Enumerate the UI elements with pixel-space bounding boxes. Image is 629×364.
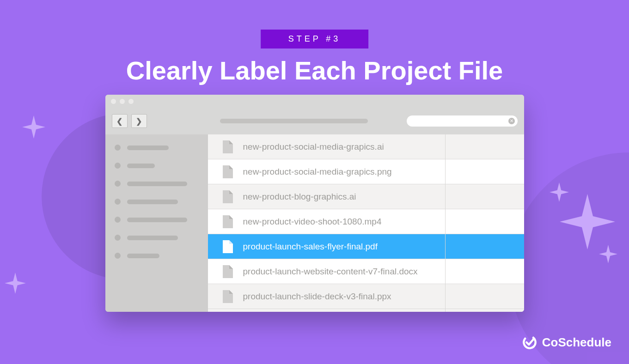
file-row-selected[interactable]: product-launch-sales-flyer-final.pdf [208,234,524,259]
sidebar-item[interactable] [115,199,199,205]
path-placeholder [220,119,368,123]
file-row[interactable]: new-product-video-shoot-1080.mp4 [208,209,524,234]
file-row[interactable]: new-product-blog-graphics.ai [208,184,524,209]
sparkle-icon [560,194,615,249]
sidebar-item[interactable] [115,145,199,151]
sparkle-icon [550,182,569,202]
sidebar-item[interactable] [115,253,199,259]
sparkle-icon [599,245,617,263]
file-icon [223,215,233,228]
file-icon [223,140,233,153]
step-badge-label: STEP #3 [288,34,341,43]
file-name: product-launch-sales-flyer-final.pdf [243,242,378,252]
coschedule-icon [522,334,537,350]
file-row[interactable]: product-launch-slide-deck-v3-final.ppx [208,284,524,309]
sidebar-item[interactable] [115,163,199,169]
window-toolbar: ❮ ❯ ✕ [105,108,524,134]
file-name: product-launch-website-content-v7-final.… [243,267,418,277]
nav-back-button[interactable]: ❮ [112,114,128,128]
file-icon [223,190,233,203]
file-icon [223,165,233,178]
traffic-light-close[interactable] [111,99,116,104]
sparkle-icon [22,115,45,139]
brand-logo: CoSchedule [522,334,611,350]
nav-forward-button[interactable]: ❯ [131,114,147,128]
file-row[interactable]: new-product-social-media-grapics.ai [208,134,524,159]
file-name: new-product-blog-graphics.ai [243,192,356,202]
file-name: new-product-video-shoot-1080.mp4 [243,217,382,227]
file-name: new-product-social-media-grapics.png [243,167,392,177]
brand-name: CoSchedule [542,335,611,350]
step-badge: STEP #3 [261,30,369,49]
file-row[interactable]: product-launch-website-content-v7-final.… [208,259,524,284]
page-title: Clearly Label Each Project File [126,55,503,85]
traffic-light-zoom[interactable] [128,99,134,104]
chevron-left-icon: ❮ [116,117,122,126]
sidebar [105,134,208,312]
file-list: new-product-social-media-grapics.ai new-… [208,134,524,312]
window-titlebar [105,95,524,108]
file-row[interactable]: new-product-social-media-grapics.png [208,159,524,184]
file-icon [223,290,233,303]
sidebar-item[interactable] [115,235,199,241]
chevron-right-icon: ❯ [136,117,142,126]
file-icon [223,240,233,253]
search-input[interactable]: ✕ [407,115,518,127]
file-name: product-launch-slide-deck-v3-final.ppx [243,291,391,302]
file-name: new-product-social-media-grapics.ai [243,142,384,152]
sparkle-icon [5,273,26,294]
sidebar-item[interactable] [115,217,199,223]
traffic-light-minimize[interactable] [120,99,125,104]
file-icon [223,265,233,278]
sidebar-item[interactable] [115,181,199,187]
column-divider [445,134,446,312]
clear-search-icon[interactable]: ✕ [508,118,515,124]
file-browser-window: ❮ ❯ ✕ new-product-social-media-grapics.a… [105,95,524,312]
